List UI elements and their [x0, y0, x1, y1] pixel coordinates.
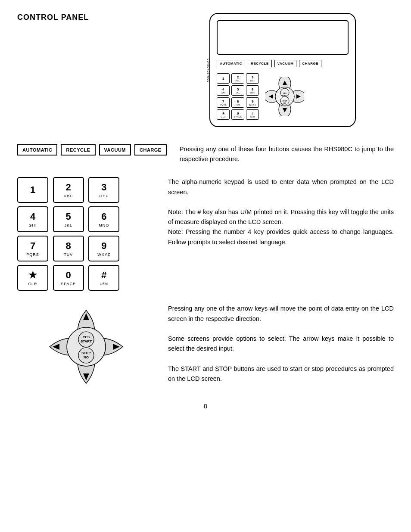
diagram-key-5: 5JKL [231, 85, 244, 96]
diagram-key-3: 3DEF [246, 73, 259, 84]
mode-buttons-section: AUTOMATIC RECYCLE VACUUM CHARGE Pressing… [17, 144, 394, 164]
arrow-description: Pressing any one of the arrow keys will … [168, 304, 394, 324]
serial-number: 560-30450-00 [207, 58, 210, 82]
diagram-key-7: 7PQRS [217, 97, 230, 108]
key-3[interactable]: 3DEF [88, 177, 119, 203]
diagram-btn-automatic: AUTOMATIC [217, 60, 245, 67]
keypad-left: 1 2ABC 3DEF 4GHI 5JKL 6MNO 7PQRS 8TUV 9W… [17, 177, 155, 291]
diagram-keypad-nav: 1 2ABC 3DEF 4GHI 5JKL 6MNO 7PQRS 8TUV 9W… [217, 73, 349, 120]
options-description: Some screens provide options to select. … [168, 334, 394, 354]
diagram-btn-charge: CHARGE [299, 60, 321, 67]
key-hash[interactable]: #U/M [88, 265, 119, 291]
key-9[interactable]: 9WXYZ [88, 236, 119, 261]
mode-buttons-row: AUTOMATIC RECYCLE VACUUM CHARGE [17, 144, 167, 156]
page-number: 8 [17, 403, 394, 410]
diagram-mode-buttons: AUTOMATIC RECYCLE VACUUM CHARGE [217, 60, 349, 67]
control-panel-diagram: 560-30450-00 AUTOMATIC RECYCLE VACUUM CH… [209, 13, 356, 127]
diagram-key-2: 2ABC [231, 73, 244, 84]
diagram-btn-recycle: RECYCLE [248, 60, 272, 67]
main-content: AUTOMATIC RECYCLE VACUUM CHARGE Pressing… [17, 144, 394, 386]
nav-section: YES START STOP NO Pressing any one of th… [17, 304, 394, 386]
nav-cross-large: YES START STOP NO [47, 308, 125, 386]
btn-vacuum[interactable]: VACUUM [99, 144, 131, 156]
keypad-section: 1 2ABC 3DEF 4GHI 5JKL 6MNO 7PQRS 8TUV 9W… [17, 177, 394, 291]
key-7[interactable]: 7PQRS [17, 236, 48, 261]
svg-text:STOP: STOP [81, 351, 91, 355]
diagram-key-4: 4GHI [217, 85, 230, 96]
diagram-btn-vacuum: VACUUM [274, 60, 297, 67]
mode-buttons-description: Pressing any one of these four buttons c… [180, 144, 394, 164]
diagram-key-6: 6MNO [246, 85, 259, 96]
svg-text:START: START [282, 94, 288, 96]
diagram-key-1: 1 [217, 73, 230, 84]
hash-note: Note: The # key also has U/M printed on … [168, 207, 394, 227]
key-2[interactable]: 2ABC [53, 177, 84, 203]
diagram-lcd-screen [217, 20, 349, 55]
diagram-key-star: ★CLR [217, 109, 230, 120]
nav-left: YES START STOP NO [17, 304, 155, 386]
svg-text:NO: NO [84, 355, 89, 359]
keypad-descriptions: The alpha-numeric keypad is used to ente… [168, 177, 394, 247]
page-title: CONTROL PANEL [17, 13, 89, 22]
keypad-description: The alpha-numeric keypad is used to ente… [168, 177, 394, 197]
svg-text:YES: YES [83, 335, 90, 339]
mode-buttons-left: AUTOMATIC RECYCLE VACUUM CHARGE [17, 144, 167, 156]
diagram-key-hash: #U/M [246, 109, 259, 120]
btn-automatic[interactable]: AUTOMATIC [17, 144, 57, 156]
key-1[interactable]: 1 [17, 177, 48, 203]
diagram-key-9: 9WXYZ [246, 97, 259, 108]
nav-descriptions: Pressing any one of the arrow keys will … [168, 304, 394, 384]
svg-text:NO: NO [283, 102, 286, 104]
btn-recycle[interactable]: RECYCLE [61, 144, 95, 156]
diagram-keypad: 1 2ABC 3DEF 4GHI 5JKL 6MNO 7PQRS 8TUV 9W… [217, 73, 259, 120]
key-5[interactable]: 5JKL [53, 206, 84, 232]
key-6[interactable]: 6MNO [88, 206, 119, 232]
key-star[interactable]: ★CLR [17, 265, 48, 291]
key-8[interactable]: 8TUV [53, 236, 84, 261]
key4-note: Note: Pressing the number 4 key provides… [168, 227, 394, 247]
diagram-key-8: 8TUV [231, 97, 244, 108]
diagram-nav-cross: YES START STOP NO [265, 77, 304, 116]
start-stop-description: The START and STOP buttons are used to s… [168, 364, 394, 384]
btn-charge[interactable]: CHARGE [134, 144, 167, 156]
diagram-key-0: 0SPACE [231, 109, 244, 120]
key-0[interactable]: 0SPACE [53, 265, 84, 291]
keypad-large: 1 2ABC 3DEF 4GHI 5JKL 6MNO 7PQRS 8TUV 9W… [17, 177, 121, 291]
svg-text:START: START [81, 339, 92, 343]
key-4[interactable]: 4GHI [17, 206, 48, 232]
